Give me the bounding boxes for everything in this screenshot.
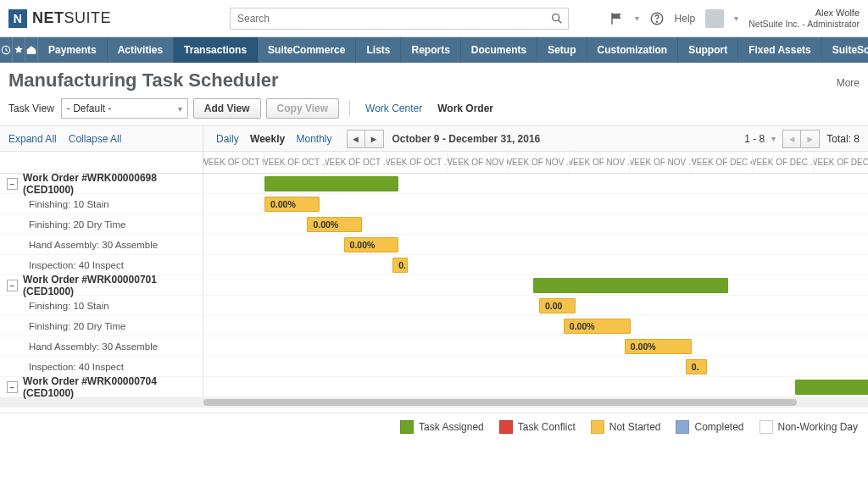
copy-view-button: Copy View <box>266 98 339 119</box>
task-row: Finishing: 20 Dry Time0.00% <box>0 316 868 336</box>
logo[interactable]: N NETSUITE <box>8 9 111 28</box>
row-toggle[interactable]: − <box>7 280 18 291</box>
granularity-weekly[interactable]: Weekly <box>250 133 285 145</box>
topbar: N NETSUITE ▾ Help ▾ Alex Wolfe NetSuite … <box>0 0 868 37</box>
task-view-value: - Default - <box>67 103 112 114</box>
nav-item-documents[interactable]: Documents <box>461 37 537 63</box>
granularity-daily[interactable]: Daily <box>216 133 239 145</box>
task-view-select[interactable]: - Default - <box>61 98 188 119</box>
search-icon[interactable] <box>550 12 564 25</box>
bar-progress-label: 0.00% <box>270 199 296 209</box>
not-started-bar[interactable]: 0.00% <box>344 237 399 252</box>
nav-item-suitecommerce[interactable]: SuiteCommerce <box>258 37 356 63</box>
row-label: Work Order #WRK00000698 (CED1000) <box>23 172 196 196</box>
row-label: Finishing: 20 Dry Time <box>29 219 125 230</box>
controls-row: Expand All Collapse All Daily Weekly Mon… <box>0 126 868 152</box>
expand-all[interactable]: Expand All <box>8 133 57 145</box>
svg-point-4 <box>656 21 657 22</box>
task-row: Finishing: 10 Stain0.00% <box>0 194 868 214</box>
not-started-bar[interactable]: 0.00% <box>564 319 631 334</box>
date-nav: ◄ ► <box>347 130 384 148</box>
feedback-icon[interactable] <box>609 11 625 26</box>
page-header: Manufacturing Task Scheduler More <box>0 63 868 97</box>
not-started-bar[interactable]: 0.00 <box>539 298 576 313</box>
nav-item-suitesocial[interactable]: SuiteSocial <box>822 37 868 63</box>
swatch-red <box>499 420 513 434</box>
collapse-all[interactable]: Collapse All <box>69 133 122 145</box>
granularity-monthly[interactable]: Monthly <box>297 133 332 145</box>
not-started-bar[interactable]: 0.00% <box>264 197 320 212</box>
row-toggle[interactable]: − <box>7 178 18 190</box>
legend: Task Assigned Task Conflict Not Started … <box>0 413 868 441</box>
scrollbar-thumb[interactable] <box>203 399 797 406</box>
nav-item-support[interactable]: Support <box>678 37 738 63</box>
not-started-bar[interactable]: 0. <box>392 258 408 273</box>
column-header: WEEK OF OCT ... <box>387 152 448 173</box>
nav-item-reports[interactable]: Reports <box>401 37 460 63</box>
nav-item-fixed-assets[interactable]: Fixed Assets <box>738 37 822 63</box>
page-range-caret[interactable]: ▾ <box>771 134 776 143</box>
page-next-button[interactable]: ► <box>801 130 820 148</box>
nav-recent-icon[interactable] <box>0 37 13 63</box>
tab-work-center[interactable]: Work Center <box>360 103 427 114</box>
column-header: WEEK OF OCT ... <box>264 152 326 173</box>
row-label: Work Order #WRK00000704 (CED1000) <box>23 375 196 399</box>
page-prev-button[interactable]: ◄ <box>782 130 801 148</box>
work-order-row: −Work Order #WRK00000704 (CED1000) <box>0 377 868 397</box>
legend-conflict: Task Conflict <box>499 420 576 434</box>
work-order-row: −Work Order #WRK00000698 (CED1000) <box>0 174 868 194</box>
column-header: WEEK OF NOV ... <box>509 152 570 173</box>
row-label: Inspection: 40 Inspect <box>29 362 124 372</box>
page-range: 1 - 8 <box>744 133 765 145</box>
task-row: Hand Assembly: 30 Assemble0.00% <box>0 336 868 357</box>
legend-non-working: Non-Working Day <box>760 420 858 434</box>
help-link[interactable]: Help <box>675 13 696 25</box>
assigned-bar[interactable] <box>795 380 868 395</box>
swatch-grey <box>760 420 773 434</box>
column-header: WEEK OF OCT 9 <box>203 152 264 173</box>
legend-not-started: Not Started <box>591 420 661 434</box>
help-icon[interactable] <box>649 11 665 26</box>
assigned-bar[interactable] <box>533 278 728 293</box>
navbar: PaymentsActivitiesTransactionsSuiteComme… <box>0 37 868 63</box>
page-title: Manufacturing Task Scheduler <box>8 69 279 92</box>
user-role: NetSuite Inc. - Administrator <box>748 19 860 30</box>
user-block[interactable]: Alex Wolfe NetSuite Inc. - Administrator <box>748 8 860 30</box>
nav-item-payments[interactable]: Payments <box>38 37 108 63</box>
assigned-bar[interactable] <box>264 176 398 191</box>
avatar[interactable] <box>705 9 724 28</box>
toolbar-separator <box>349 100 350 117</box>
tab-work-order[interactable]: Work Order <box>432 103 498 114</box>
logo-bold: NET <box>32 9 64 27</box>
not-started-bar[interactable]: 0.00% <box>307 217 362 232</box>
nav-item-transactions[interactable]: Transactions <box>174 37 258 63</box>
task-view-label: Task View <box>8 103 54 114</box>
nav-item-activities[interactable]: Activities <box>108 37 174 63</box>
nav-item-lists[interactable]: Lists <box>356 37 401 63</box>
bar-progress-label: 0. <box>398 260 406 270</box>
search-input[interactable] <box>230 8 569 30</box>
top-right: ▾ Help ▾ Alex Wolfe NetSuite Inc. - Admi… <box>609 8 860 30</box>
task-row: Inspection: 40 Inspect0. <box>0 255 868 275</box>
column-header: WEEK OF NOV ... <box>570 152 631 173</box>
date-prev-button[interactable]: ◄ <box>347 130 365 148</box>
search-wrap <box>230 8 569 30</box>
row-label: Work Order #WRK00000701 (CED1000) <box>23 274 196 297</box>
toolbar: Task View - Default - Add View Copy View… <box>0 97 868 126</box>
not-started-bar[interactable]: 0. <box>686 359 707 374</box>
row-label: Finishing: 10 Stain <box>29 199 109 209</box>
nav-item-setup[interactable]: Setup <box>537 37 587 63</box>
nav-item-customization[interactable]: Customization <box>587 37 679 63</box>
paginator: 1 - 8 ▾ ◄ ► Total: 8 <box>744 130 860 148</box>
more-link[interactable]: More <box>837 77 860 89</box>
row-label: Inspection: 40 Inspect <box>29 260 124 270</box>
date-next-button[interactable]: ► <box>365 130 384 148</box>
column-header: WEEK OF NOV ... <box>631 152 692 173</box>
nav-home-icon[interactable] <box>25 37 38 63</box>
row-toggle[interactable]: − <box>7 381 18 393</box>
logo-icon: N <box>8 9 27 28</box>
not-started-bar[interactable]: 0.00% <box>625 339 692 354</box>
add-view-button[interactable]: Add View <box>193 98 261 119</box>
nav-star-icon[interactable] <box>13 37 25 63</box>
total-count: Total: 8 <box>826 133 860 145</box>
